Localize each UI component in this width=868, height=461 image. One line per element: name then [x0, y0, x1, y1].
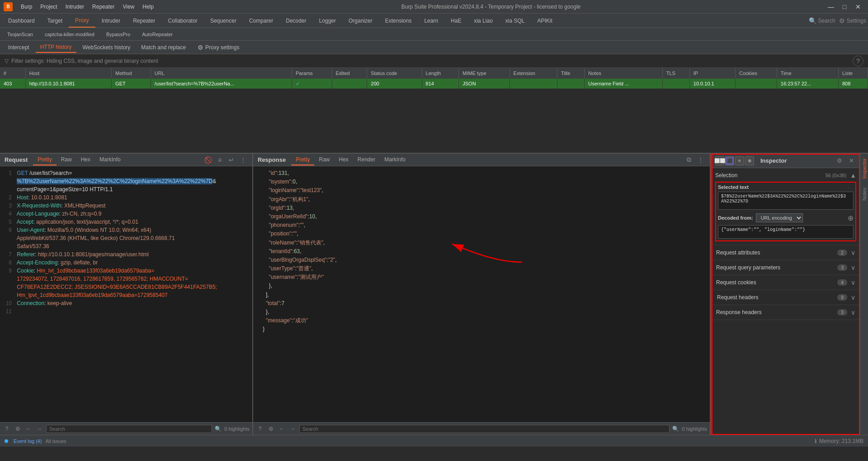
line-num-3: 3	[4, 202, 12, 210]
tab-organizer[interactable]: Organizer	[342, 14, 379, 28]
ivm-gear[interactable]: ⊕	[745, 156, 754, 165]
header-ua-val3: Safari/537.36	[17, 243, 49, 249]
req-url-highlight: %7B%22userName%22%3A%22%22%2C%22loginNam…	[17, 178, 212, 184]
resp-tab-hex[interactable]: Hex	[335, 155, 353, 165]
tab-comparer[interactable]: Comparer	[243, 14, 279, 28]
tab-intruder[interactable]: Intruder	[95, 14, 127, 28]
resp-line: "orgId":13,	[257, 204, 706, 212]
resp-search-settings-icon[interactable]: ⚙	[267, 425, 275, 433]
minimize-button[interactable]: —	[825, 2, 837, 11]
subtab-intercept[interactable]: Intercept	[4, 42, 34, 52]
selection-expand-icon[interactable]: ▲	[850, 172, 856, 179]
inspector-item-req-headers[interactable]: Request headers 9 ∨	[712, 290, 860, 305]
proxy-settings-button[interactable]: ⚙ Proxy settings	[198, 44, 239, 51]
col-title: Title	[557, 68, 584, 79]
inspector-close-button[interactable]: ✕	[846, 156, 856, 166]
inspector-view-modes: ⬜⬜ ⬛ ≡ ⊕	[715, 156, 754, 165]
inspector-settings-icon[interactable]: ⚙	[835, 156, 844, 166]
tab-learn[interactable]: Learn	[418, 14, 444, 28]
request-search-input[interactable]	[46, 425, 212, 433]
tab-apikit[interactable]: APIKit	[531, 14, 559, 28]
req-tab-pretty[interactable]: Pretty	[33, 155, 56, 165]
resp-more-icon[interactable]: ⋮	[696, 155, 705, 165]
inspector-item-req-attrs[interactable]: Request attributes 2 ∨	[712, 245, 860, 260]
line-num-6: 6	[4, 226, 12, 234]
ivm-split-h[interactable]: ⬜⬜	[715, 156, 724, 165]
header-cookie-val1: Hm_lvt_1cd9bcbaae133f03a6eb19da6579aaba=	[37, 268, 154, 274]
resp-copy-icon[interactable]: ⧉	[684, 155, 693, 165]
req-search-prev-icon[interactable]: ←	[24, 425, 33, 433]
ivm-split-v[interactable]: ⬛	[725, 156, 734, 165]
response-search-input[interactable]	[299, 425, 670, 433]
text-icon[interactable]: ≡	[215, 155, 224, 165]
search-toolbar[interactable]: 🔍 Search	[809, 17, 835, 24]
tab-target[interactable]: Target	[41, 14, 69, 28]
req-search-next-icon[interactable]: →	[35, 425, 43, 433]
tab-sequencer[interactable]: Sequencer	[204, 14, 243, 28]
resp-tab-raw[interactable]: Raw	[314, 155, 334, 165]
decoded-from-select[interactable]: URL encoding	[756, 213, 803, 222]
subtab-match-replace[interactable]: Match and replace	[137, 42, 190, 52]
tab-collaborator[interactable]: Collaborator	[162, 14, 204, 28]
menu-intruder[interactable]: Intruder	[62, 3, 88, 11]
tab-dashboard[interactable]: Dashboard	[2, 14, 41, 28]
req-tab-hex[interactable]: Hex	[76, 155, 95, 165]
tab-xia-liao[interactable]: xia Liao	[467, 14, 499, 28]
tab-decoder[interactable]: Decoder	[279, 14, 312, 28]
inspector-items: Request attributes 2 ∨ Request query par…	[712, 245, 860, 435]
inspector-item-resp-headers[interactable]: Response headers 3 ∨	[712, 305, 860, 320]
tab-xia-sql[interactable]: xia SQL	[499, 14, 531, 28]
menu-project[interactable]: Project	[37, 3, 61, 11]
close-button[interactable]: ✕	[852, 2, 864, 11]
settings-button[interactable]: ⚙ Settings	[839, 17, 866, 24]
subtab-http-history[interactable]: HTTP history	[36, 42, 76, 53]
req-tab-markinfo[interactable]: MarkInfo	[95, 155, 125, 165]
cell-cookies	[736, 79, 777, 89]
all-issues-label[interactable]: All issues	[45, 438, 66, 444]
resp-search-help-icon[interactable]: ?	[256, 425, 264, 433]
inspector-item-req-cookies[interactable]: Request cookies 4 ∨	[712, 275, 860, 290]
req-tab-raw[interactable]: Raw	[57, 155, 76, 165]
menu-view[interactable]: View	[119, 3, 138, 11]
request-content[interactable]: 1 GET /user/list?search= %7B%22userName%…	[0, 166, 252, 422]
menu-repeater[interactable]: Repeater	[89, 3, 118, 11]
header-cookie-val2: 1729234072, 1728487016, 1728617859, 1729…	[17, 276, 188, 282]
inspector-item-req-params[interactable]: Request query parameters 3 ∨	[712, 260, 860, 275]
filter-text[interactable]: Filter settings: Hiding CSS, image and g…	[11, 58, 158, 64]
table-row[interactable]: 403 http://10.0.10.1:8081 GET /user/list…	[0, 79, 868, 89]
wrap-icon[interactable]: ↵	[227, 155, 236, 165]
resp-search-prev-icon[interactable]: ←	[278, 425, 286, 433]
line-num-2: 2	[4, 193, 12, 202]
tab-tsojan-scan[interactable]: TsojanScan	[2, 30, 38, 39]
response-content[interactable]: "id":131, "isystem":0, "loginName":"test…	[253, 166, 710, 422]
sidebar-tab-notes[interactable]: Notes	[860, 183, 868, 205]
ivm-list[interactable]: ≡	[735, 156, 744, 165]
tab-logger[interactable]: Logger	[313, 14, 342, 28]
tab-captcha-killer[interactable]: captcha-killer-modified	[39, 30, 100, 39]
resp-search-next-icon[interactable]: →	[288, 425, 297, 433]
resp-tab-pretty[interactable]: Pretty	[291, 155, 314, 165]
resp-tab-markinfo[interactable]: MarkInfo	[380, 155, 410, 165]
tab-repeater[interactable]: Repeater	[127, 14, 161, 28]
menu-help[interactable]: Help	[139, 3, 157, 11]
req-search-help-icon[interactable]: ?	[3, 425, 11, 433]
tab-proxy[interactable]: Proxy	[69, 14, 95, 28]
help-button[interactable]: ?	[853, 56, 863, 66]
decoded-from-add-icon[interactable]: ⊕	[848, 214, 854, 222]
subtab-websockets[interactable]: WebSockets history	[78, 42, 135, 52]
sidebar-tab-inspector[interactable]: Inspector	[860, 154, 868, 183]
tab-extensions[interactable]: Extensions	[379, 14, 418, 28]
menu-burp[interactable]: Burp	[17, 3, 36, 11]
eye-slash-icon[interactable]: 🚫	[203, 155, 212, 165]
tab-hae[interactable]: HaE	[444, 14, 467, 28]
req-search-settings-icon[interactable]: ⚙	[14, 425, 22, 433]
event-log-link[interactable]: Event log (4)	[14, 438, 42, 444]
response-tabs: Pretty Raw Hex Render MarkInfo	[291, 155, 684, 165]
cell-method: GET	[112, 79, 151, 89]
maximize-button[interactable]: □	[838, 2, 851, 11]
tab-auto-repeater[interactable]: AutoRepeater	[137, 30, 178, 39]
resp-tab-render[interactable]: Render	[353, 155, 380, 165]
more-icon[interactable]: ⋮	[239, 155, 248, 165]
tab-bypass-pro[interactable]: BypassPro	[101, 30, 136, 39]
req-line-8: 8 Accept-Encoding: gzip, deflate, br	[4, 259, 249, 267]
